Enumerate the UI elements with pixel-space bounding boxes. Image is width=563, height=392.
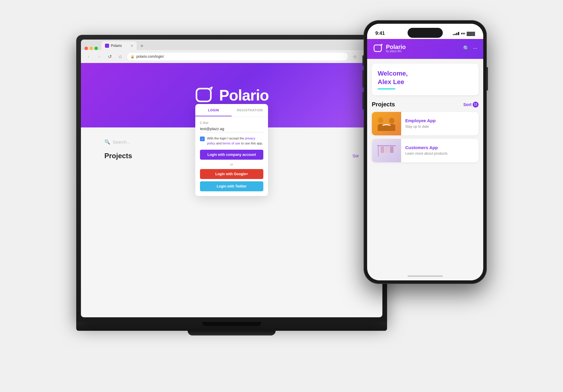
phone-silent-button <box>362 55 364 66</box>
signal-bar-4 <box>458 32 459 35</box>
login-tabs: LOGIN REGISTRATION <box>195 104 268 117</box>
polario-web-app: Polario LOGIN REGISTRATION <box>81 63 382 317</box>
signal-bar-3 <box>456 33 457 35</box>
tab-registration[interactable]: REGISTRATION <box>232 104 268 116</box>
phone-polario-icon <box>373 43 384 54</box>
terms-of-use-link[interactable]: terms of use <box>223 142 240 145</box>
phone-volume-down-button <box>362 92 364 109</box>
phone-brand-name: Polario <box>386 44 406 50</box>
phone-shell: 9:41 ▾▾ ▓▓▓ <box>364 20 487 284</box>
projects-title-phone: Projects <box>372 101 395 108</box>
projects-header-phone: Projects Sort 11 <box>372 101 479 108</box>
svg-rect-10 <box>390 146 394 153</box>
tab-favicon <box>105 44 109 48</box>
close-button[interactable] <box>84 47 88 50</box>
new-tab-button[interactable]: + <box>138 42 146 50</box>
login-modal: LOGIN REGISTRATION E-Mail <box>195 104 268 196</box>
phone-right-button <box>486 67 488 91</box>
search-icon: 🔍 <box>104 139 110 145</box>
privacy-checkbox[interactable] <box>200 137 205 141</box>
phone-content: Welcome, Alex Lee Projects Sort 11 <box>367 59 483 272</box>
sort-badge: 11 <box>473 102 479 108</box>
phone-home-indicator <box>367 272 483 280</box>
polario-brand-name: Polario <box>219 86 269 104</box>
more-options-icon[interactable]: ··· <box>473 45 477 52</box>
svg-rect-2 <box>374 45 381 52</box>
browser-chrome: Polario ✕ + ‹ › ↺ ⌂ 🔒 pol <box>81 40 382 63</box>
polario-logo-icon <box>194 85 215 105</box>
email-label: E-Mail <box>200 121 263 125</box>
laptop-stand <box>188 331 276 335</box>
home-button[interactable]: ⌂ <box>116 52 124 61</box>
email-input[interactable] <box>200 125 263 132</box>
privacy-text-mid: and <box>215 142 222 145</box>
project-card-customers[interactable]: Customers App Learn more about products <box>372 139 479 162</box>
phone: 9:41 ▾▾ ▓▓▓ <box>364 20 487 284</box>
traffic-lights <box>84 47 98 50</box>
project-desc-employee: Stay up to date <box>405 124 436 129</box>
scene: Polario ✕ + ‹ › ↺ ⌂ 🔒 pol <box>76 20 487 372</box>
back-button[interactable]: ‹ <box>84 52 93 61</box>
welcome-underline <box>378 88 395 89</box>
browser-toolbar: ‹ › ↺ ⌂ 🔒 polario.com/login/ ☆ 👤 <box>81 50 382 63</box>
svg-point-1 <box>210 87 212 89</box>
svg-point-3 <box>381 44 382 45</box>
lock-icon: 🔒 <box>130 55 135 59</box>
svg-rect-9 <box>385 146 389 153</box>
login-company-button[interactable]: Login with company account <box>200 150 263 160</box>
svg-rect-7 <box>377 145 396 146</box>
polario-header: Polario LOGIN REGISTRATION <box>81 63 382 127</box>
minimize-button[interactable] <box>89 47 93 50</box>
project-name-employee: Employee App <box>405 118 436 123</box>
signal-bars <box>453 32 459 35</box>
url-text: polario.com/login/ <box>136 54 164 59</box>
sort-button[interactable]: Sort 11 <box>463 102 479 108</box>
laptop: Polario ✕ + ‹ › ↺ ⌂ 🔒 pol <box>76 35 387 342</box>
privacy-text: With the login I accept the privacy poli… <box>207 136 263 146</box>
tab-login[interactable]: LOGIN <box>195 104 232 116</box>
status-icons: ▾▾ ▓▓▓ <box>453 31 475 36</box>
privacy-row: With the login I accept the privacy poli… <box>200 136 263 146</box>
login-twitter-button[interactable]: Login with Twitter <box>200 181 263 191</box>
email-form-group: E-Mail <box>200 121 263 132</box>
welcome-card: Welcome, Alex Lee <box>372 64 479 95</box>
project-img-employee <box>372 112 401 135</box>
project-img-customers <box>372 139 401 162</box>
browser-content: Polario LOGIN REGISTRATION <box>81 63 382 317</box>
search-placeholder-text: Search... <box>113 139 130 144</box>
project-info-customers: Customers App Learn more about products <box>401 142 452 160</box>
maximize-button[interactable] <box>94 47 98 50</box>
svg-rect-6 <box>378 145 379 156</box>
phone-nav-actions: 🔍 ··· <box>463 45 477 52</box>
browser-tabs: Polario ✕ + <box>81 40 382 50</box>
status-time: 9:41 <box>375 31 385 36</box>
phone-nav-logo: Polario by plazz AG <box>373 43 406 54</box>
forward-button[interactable]: › <box>95 52 103 61</box>
tab-close-icon[interactable]: ✕ <box>130 44 133 48</box>
privacy-text-before: With the login I accept the <box>207 137 245 140</box>
svg-point-4 <box>378 117 383 123</box>
phone-status-bar: 9:41 ▾▾ ▓▓▓ <box>367 24 483 39</box>
browser-tab-active[interactable]: Polario ✕ <box>101 41 137 50</box>
polario-logo-web: Polario <box>194 85 269 105</box>
tab-label: Polario <box>111 44 122 48</box>
phone-app-header: Polario by plazz AG 🔍 ··· <box>367 39 483 59</box>
project-card-employee[interactable]: Employee App Stay up to date <box>372 112 479 135</box>
sort-label: Sort <box>463 102 472 107</box>
signal-bar-2 <box>455 34 456 35</box>
dynamic-island <box>408 28 443 38</box>
bookmark-button[interactable]: ☆ <box>351 52 359 61</box>
project-info-employee: Employee App Stay up to date <box>401 115 440 133</box>
address-bar[interactable]: 🔒 polario.com/login/ <box>127 52 348 61</box>
refresh-button[interactable]: ↺ <box>106 52 114 61</box>
welcome-title: Welcome, Alex Lee <box>378 69 473 86</box>
login-google-button[interactable]: Login with Google+ <box>200 169 263 179</box>
laptop-body: Polario ✕ + ‹ › ↺ ⌂ 🔒 pol <box>76 35 387 322</box>
signal-bar-1 <box>453 34 454 35</box>
projects-title-web: Projects <box>104 152 132 160</box>
laptop-base <box>76 322 387 331</box>
wifi-icon: ▾▾ <box>461 31 465 36</box>
search-icon-phone[interactable]: 🔍 <box>463 45 469 52</box>
laptop-hinge-notch <box>202 322 261 326</box>
projects-sort-web[interactable]: Sor <box>352 154 359 158</box>
